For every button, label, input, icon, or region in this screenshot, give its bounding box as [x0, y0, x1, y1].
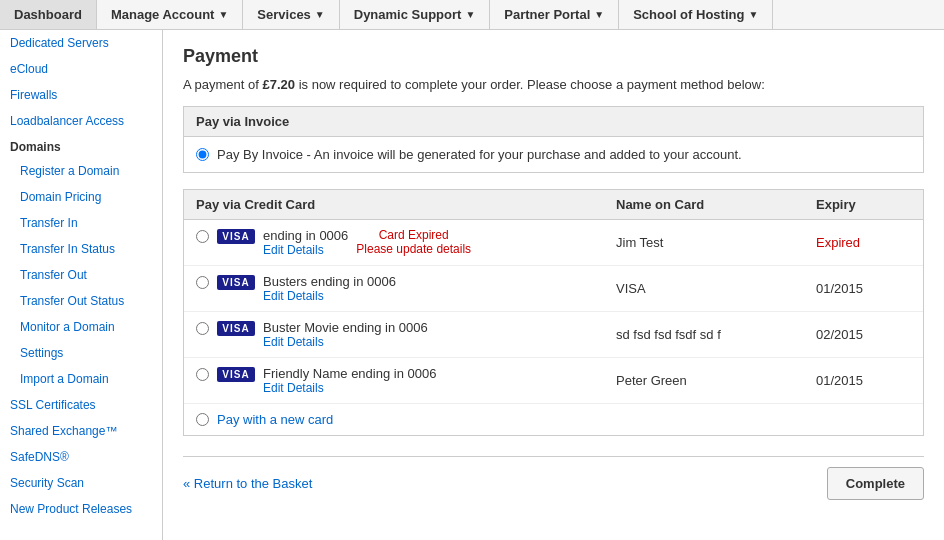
cc-section: Pay via Credit Card Name on Card Expiry …	[183, 189, 924, 436]
card-details: Buster Movie ending in 0006 Edit Details	[263, 320, 428, 349]
table-row: VISA ending in 0006 Edit Details Card Ex…	[184, 220, 923, 266]
nav-label-school-hosting: School of Hosting	[633, 7, 744, 22]
main-layout: Dedicated Servers eCloud Firewalls Loadb…	[0, 30, 944, 540]
invoice-label: Pay By Invoice - An invoice will be gene…	[217, 147, 742, 162]
table-row: VISA Busters ending in 0006 Edit Details…	[184, 266, 923, 312]
card-name-on-card: Jim Test	[616, 235, 816, 250]
edit-details-link[interactable]: Edit Details	[263, 381, 436, 395]
chevron-down-icon: ▼	[748, 9, 758, 20]
main-content: Payment A payment of £7.20 is now requir…	[163, 30, 944, 540]
card-name: ending in 0006	[263, 228, 348, 243]
sidebar-item-ssl[interactable]: SSL Certificates	[0, 392, 162, 418]
card-left-col: VISA Buster Movie ending in 0006 Edit De…	[196, 320, 616, 349]
visa-icon: VISA	[217, 275, 255, 290]
sidebar-item-shared-exchange[interactable]: Shared Exchange™	[0, 418, 162, 444]
nav-label-partner-portal: Partner Portal	[504, 7, 590, 22]
edit-details-link[interactable]: Edit Details	[263, 243, 348, 257]
cc-col-header-name: Name on Card	[616, 197, 816, 212]
card-radio-wrap	[196, 320, 209, 335]
card-name-on-card: sd fsd fsd fsdf sd f	[616, 327, 816, 342]
sidebar: Dedicated Servers eCloud Firewalls Loadb…	[0, 30, 163, 540]
card-name: Friendly Name ending in 0006	[263, 366, 436, 381]
cc-section-header-row: Pay via Credit Card Name on Card Expiry	[184, 190, 923, 220]
nav-item-dynamic-support[interactable]: Dynamic Support ▼	[340, 0, 491, 29]
sidebar-item-transfer-in-status[interactable]: Transfer In Status	[0, 236, 162, 262]
nav-item-manage-account[interactable]: Manage Account ▼	[97, 0, 243, 29]
footer-row: « Return to the Basket Complete	[183, 456, 924, 500]
card-name: Busters ending in 0006	[263, 274, 396, 289]
chevron-down-icon: ▼	[218, 9, 228, 20]
sidebar-item-settings[interactable]: Settings	[0, 340, 162, 366]
complete-button[interactable]: Complete	[827, 467, 924, 500]
sidebar-item-dedicated-servers[interactable]: Dedicated Servers	[0, 30, 162, 56]
nav-item-dashboard[interactable]: Dashboard	[0, 0, 97, 29]
nav-label-dynamic-support: Dynamic Support	[354, 7, 462, 22]
card4-radio[interactable]	[196, 368, 209, 381]
card-name-on-card: VISA	[616, 281, 816, 296]
sidebar-item-safedns[interactable]: SafeDNS®	[0, 444, 162, 470]
card-expiry: 01/2015	[816, 281, 936, 296]
cc-col-header-expiry: Expiry	[816, 197, 936, 212]
desc-suffix: is now required to complete your order. …	[295, 77, 765, 92]
nav-item-partner-portal[interactable]: Partner Portal ▼	[490, 0, 619, 29]
sidebar-item-firewalls[interactable]: Firewalls	[0, 82, 162, 108]
sidebar-item-loadbalancer[interactable]: Loadbalancer Access	[0, 108, 162, 134]
sidebar-item-transfer-out[interactable]: Transfer Out	[0, 262, 162, 288]
sidebar-item-security-scan[interactable]: Security Scan	[0, 470, 162, 496]
card-radio-wrap	[196, 366, 209, 381]
sidebar-item-ecloud[interactable]: eCloud	[0, 56, 162, 82]
payment-description: A payment of £7.20 is now required to co…	[183, 77, 924, 92]
card-left-col: VISA Friendly Name ending in 0006 Edit D…	[196, 366, 616, 395]
new-card-link[interactable]: Pay with a new card	[217, 412, 333, 427]
card-details: ending in 0006 Edit Details	[263, 228, 348, 257]
table-row: VISA Buster Movie ending in 0006 Edit De…	[184, 312, 923, 358]
chevron-down-icon: ▼	[594, 9, 604, 20]
card-name: Buster Movie ending in 0006	[263, 320, 428, 335]
card-radio-wrap	[196, 274, 209, 289]
sidebar-item-transfer-in[interactable]: Transfer In	[0, 210, 162, 236]
card-expiry: Expired	[816, 235, 936, 250]
sidebar-item-monitor-domain[interactable]: Monitor a Domain	[0, 314, 162, 340]
new-card-radio[interactable]	[196, 413, 209, 426]
invoice-radio[interactable]	[196, 148, 209, 161]
nav-label-dashboard: Dashboard	[14, 7, 82, 22]
nav-item-school-hosting[interactable]: School of Hosting ▼	[619, 0, 773, 29]
card-details: Friendly Name ending in 0006 Edit Detail…	[263, 366, 436, 395]
chevron-down-icon: ▼	[315, 9, 325, 20]
table-row: VISA Friendly Name ending in 0006 Edit D…	[184, 358, 923, 404]
sidebar-item-new-product-releases[interactable]: New Product Releases	[0, 496, 162, 522]
sidebar-item-register-domain[interactable]: Register a Domain	[0, 158, 162, 184]
nav-item-services[interactable]: Services ▼	[243, 0, 339, 29]
invoice-radio-row[interactable]: Pay By Invoice - An invoice will be gene…	[196, 147, 911, 162]
card-details: Busters ending in 0006 Edit Details	[263, 274, 396, 303]
expired-line1: Card Expired	[379, 228, 449, 242]
visa-icon: VISA	[217, 229, 255, 244]
card-left-col: VISA ending in 0006 Edit Details Card Ex…	[196, 228, 616, 257]
card-name-on-card: Peter Green	[616, 373, 816, 388]
visa-icon: VISA	[217, 321, 255, 336]
top-nav: Dashboard Manage Account ▼ Services ▼ Dy…	[0, 0, 944, 30]
card-expiry: 01/2015	[816, 373, 936, 388]
invoice-section-header: Pay via Invoice	[184, 107, 923, 137]
return-to-basket-link[interactable]: « Return to the Basket	[183, 476, 312, 491]
edit-details-link[interactable]: Edit Details	[263, 289, 396, 303]
new-card-row: Pay with a new card	[184, 404, 923, 435]
card2-radio[interactable]	[196, 276, 209, 289]
page-title: Payment	[183, 46, 924, 67]
card-expired-info: Card Expired Please update details	[356, 228, 471, 256]
payment-amount: £7.20	[263, 77, 296, 92]
invoice-section: Pay via Invoice Pay By Invoice - An invo…	[183, 106, 924, 173]
visa-icon: VISA	[217, 367, 255, 382]
sidebar-item-transfer-out-status[interactable]: Transfer Out Status	[0, 288, 162, 314]
sidebar-item-domain-pricing[interactable]: Domain Pricing	[0, 184, 162, 210]
nav-label-services: Services	[257, 7, 311, 22]
card-left-col: VISA Busters ending in 0006 Edit Details	[196, 274, 616, 303]
expired-line2: Please update details	[356, 242, 471, 256]
card1-radio[interactable]	[196, 230, 209, 243]
edit-details-link[interactable]: Edit Details	[263, 335, 428, 349]
desc-prefix: A payment of	[183, 77, 263, 92]
sidebar-item-import-domain[interactable]: Import a Domain	[0, 366, 162, 392]
invoice-section-body: Pay By Invoice - An invoice will be gene…	[184, 137, 923, 172]
sidebar-header-domains: Domains	[0, 134, 162, 158]
card3-radio[interactable]	[196, 322, 209, 335]
